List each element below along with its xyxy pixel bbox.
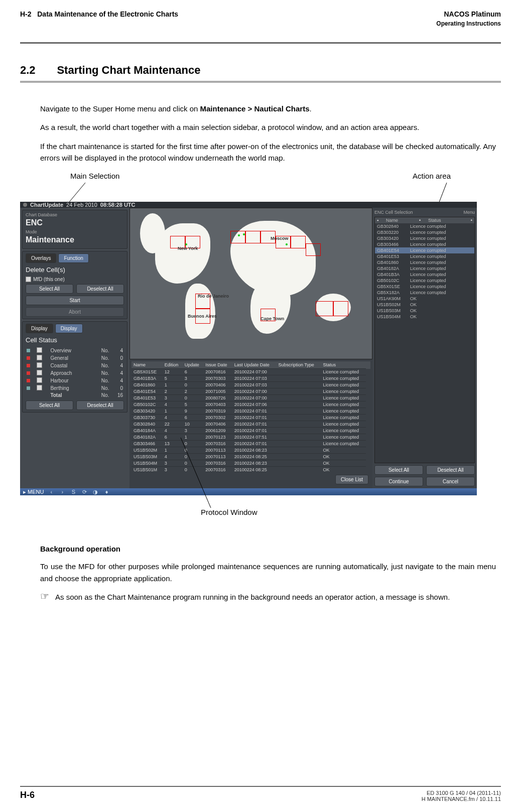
cell-status-total-row: Total No. 16 (26, 392, 124, 398)
enc-cell-list[interactable]: ▪Name•Status•GB302840Licence corruptedGB… (374, 217, 475, 463)
status-select-all-button[interactable]: Select All (26, 400, 73, 410)
app-icon (23, 203, 27, 207)
cell-list-item[interactable]: US1BS02MOK (375, 302, 474, 308)
cell-status-row[interactable]: CoastalNo.4 (26, 362, 124, 369)
protocol-row[interactable]: GB40182A612007012320100224 07:51Licence … (132, 434, 370, 441)
display-tab-inactive[interactable]: Display (26, 324, 53, 333)
map-label-cape: Cape Town (260, 316, 284, 321)
mode-label: Mode (26, 229, 124, 234)
note-icon: ☞ (40, 591, 49, 601)
protocol-row[interactable]: GB50102C452007040320100224 07:06Licence … (132, 401, 370, 408)
protocol-window: NameEditionUpdateIssue DateLast Update D… (129, 359, 372, 488)
cell-list-header: ▪Name•Status• (375, 217, 474, 223)
cell-list-item[interactable]: GB401860Licence corrupted (375, 259, 474, 265)
overlays-tab[interactable]: Overlays (26, 253, 56, 263)
cell-status-row[interactable]: HarbourNo.4 (26, 377, 124, 384)
start-button[interactable]: Start (26, 296, 124, 305)
select-all-button[interactable]: Select All (26, 284, 73, 294)
page-number: H-6 (20, 790, 35, 800)
footer-doc-id: ED 3100 G 140 / 04 (2011-11) (422, 790, 501, 796)
cell-list-item[interactable]: GB401B3ALicence corrupted (375, 272, 474, 278)
right-deselect-all-button[interactable]: Deselect All (426, 465, 475, 475)
protocol-header: Update (183, 361, 204, 369)
cell-list-item[interactable]: GB50102CLicence corrupted (375, 278, 474, 284)
protocol-row[interactable]: GB401E53302008072620100224 07:00Licence … (132, 395, 370, 401)
protocol-row[interactable]: GB3034661302007031620100224 07:01Licence… (132, 441, 370, 447)
product-name: NACOS Platinum (436, 10, 501, 18)
chapter-title: Data Maintenance of the Electronic Chart… (37, 10, 178, 18)
cell-list-item[interactable]: US1AK90MOK (375, 296, 474, 302)
right-select-all-button[interactable]: Select All (374, 465, 423, 475)
display-tab-active[interactable]: Display (55, 324, 83, 333)
cell-list-item[interactable]: GB5X182ALicence corrupted (375, 290, 474, 296)
mfd-checkbox-row[interactable]: MfD (this one) (26, 277, 124, 282)
protocol-row[interactable]: GB303420192007031920100224 07:01Licence … (132, 408, 370, 415)
footer-divider (20, 786, 501, 787)
protocol-row[interactable]: US1BS04M302007031620100224 08:23OK (132, 460, 370, 467)
protocol-row[interactable]: US1BS02M102007011320100224 08:23OK (132, 447, 370, 454)
world-map[interactable]: New York Moscow Rio de Janeiro Buenos Ai… (129, 208, 372, 359)
cell-list-item[interactable]: US1BS03MOK (375, 308, 474, 314)
doc-subtitle: Operating Instructions (436, 20, 501, 27)
cell-status-row[interactable]: GeneralNo.0 (26, 354, 124, 362)
display-value: Cell Status (26, 336, 124, 344)
paragraph-1: Navigate to the Super Home menu and clic… (40, 103, 496, 114)
annotation-line-protocol (20, 483, 501, 523)
protocol-table: NameEditionUpdateIssue DateLast Update D… (132, 361, 370, 473)
cell-list-item[interactable]: GB40182ALicence corrupted (375, 265, 474, 272)
map-label-newyork: New York (178, 246, 198, 251)
protocol-header (366, 361, 370, 369)
chart-database-panel: Chart Database ENC Mode Maintenance (22, 210, 127, 249)
chart-maintenance-screenshot: ChartUpdate 24 Feb 2010 08:58:28 UTC Cha… (20, 202, 477, 483)
protocol-row[interactable]: US1BS01M302007031620100224 08:25OK (132, 467, 370, 473)
enc-menu-label[interactable]: Menu (463, 210, 475, 215)
protocol-row[interactable]: GB401E54222007100520100224 07:00Licence … (132, 388, 370, 395)
app-name: ChartUpdate (30, 202, 63, 208)
cell-list-item[interactable]: US1BS04MOK (375, 314, 474, 320)
cell-status-row[interactable]: OverviewNo.4 (26, 347, 124, 354)
action-area-panel: ENC Cell Selection Menu ▪Name•Status•GB3… (372, 208, 477, 488)
cell-status-row[interactable]: ApproachNo.4 (26, 369, 124, 377)
map-label-moscow: Moscow (271, 236, 289, 241)
protocol-row[interactable]: GB40184A432006120920100224 07:01Licence … (132, 428, 370, 434)
cell-list-item[interactable]: GB303220Licence corrupted (375, 229, 474, 235)
background-op-note: As soon as the Chart Maintenance program… (55, 591, 450, 603)
cell-list-item[interactable]: GB401E53Licence corrupted (375, 253, 474, 259)
protocol-header: Issue Date (203, 361, 232, 369)
header-divider (20, 42, 501, 44)
protocol-row[interactable]: GB5X01SE1262007081620100224 07:00Licence… (132, 369, 370, 375)
deselect-all-button[interactable]: Deselect All (76, 284, 124, 294)
background-op-p1: To use the MFD for other purposes while … (40, 561, 496, 584)
cell-list-item[interactable]: GB302840Licence corrupted (375, 223, 474, 229)
protocol-row[interactable]: GB401860102007040620100224 07:03Licence … (132, 382, 370, 388)
section-number: 2.2 (20, 64, 36, 76)
function-panel: Overlays Function Delete Cell(s) MfD (th… (22, 251, 127, 319)
map-label-rio: Rio de Janeiro (198, 294, 229, 299)
cell-list-item[interactable]: GB303466Licence corrupted (375, 241, 474, 247)
protocol-header: Name (132, 361, 163, 369)
function-tab[interactable]: Function (58, 253, 88, 263)
chapter-code: H-2 (20, 10, 32, 18)
protocol-header: Subscription Type (276, 361, 321, 369)
protocol-row[interactable]: GB30284022102007040620100224 07:01Licenc… (132, 421, 370, 428)
abort-button[interactable]: Abort (26, 307, 124, 317)
cell-list-item[interactable]: GB401E54Licence corrupted (375, 247, 474, 253)
map-label-buenos: Buenos Aires (188, 314, 217, 319)
background-op-heading: Background operation (40, 543, 496, 555)
cell-list-item[interactable]: GB5X01SELicence corrupted (375, 284, 474, 290)
cell-status-row[interactable]: BerthingNo.0 (26, 384, 124, 392)
protocol-header: Last Update Date (232, 361, 277, 369)
protocol-row[interactable]: GB303730462007030220100224 07:01Licence … (132, 415, 370, 421)
protocol-row[interactable]: US1BS03M402007011320100224 08:25OK (132, 454, 370, 460)
annotation-protocol-window: Protocol Window (201, 508, 257, 516)
status-deselect-all-button[interactable]: Deselect All (76, 400, 124, 410)
chart-db-label: Chart Database (26, 212, 124, 217)
chart-db-value: ENC (26, 218, 124, 227)
cell-list-item[interactable]: GB303420Licence corrupted (375, 235, 474, 241)
titlebar-date: 24 Feb 2010 (66, 202, 97, 208)
mfd-checkbox[interactable] (26, 277, 31, 282)
titlebar-time: 08:58:28 UTC (100, 202, 136, 208)
main-selection-sidebar: Chart Database ENC Mode Maintenance Over… (20, 208, 129, 488)
protocol-row[interactable]: GB401B3A532007030320100224 07:03Licence … (132, 375, 370, 382)
paragraph-2: As a result, the world chart together wi… (40, 121, 496, 133)
